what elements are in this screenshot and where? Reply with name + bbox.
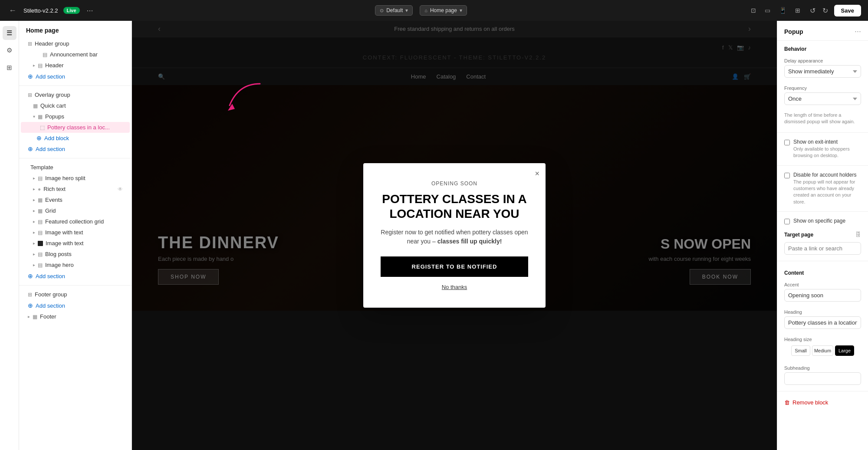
divider-right-5	[777, 391, 868, 391]
store-name: Stiletto-v2.2.2	[23, 7, 58, 14]
chevron-right-icon: ▸	[33, 230, 35, 235]
accent-input[interactable]: Opening soon	[784, 289, 861, 302]
blog-posts-item[interactable]: ▸ ▤ Blog posts	[21, 249, 130, 259]
popup-dismiss-link[interactable]: No thanks	[381, 284, 528, 290]
popup-cta-button[interactable]: REGISTER TO BE NOTIFIED	[381, 256, 528, 277]
size-medium-button[interactable]: Medium	[812, 345, 833, 356]
footer-item[interactable]: ▸ ▦ Footer	[21, 311, 130, 322]
plus-icon: ⊕	[28, 273, 33, 279]
footer-group-item[interactable]: ⊞ Footer group	[21, 289, 130, 300]
events-item[interactable]: ▸ ▦ Events	[21, 194, 130, 205]
page-selector[interactable]: ⌂ Home page ▾	[420, 5, 467, 16]
undo-redo-buttons: ↺ ↻	[807, 5, 831, 16]
size-small-button[interactable]: Small	[791, 345, 810, 356]
section-icon: ▤	[38, 219, 43, 225]
header-item[interactable]: ▸ ▤ Header	[21, 60, 130, 71]
layout-view-button[interactable]: ⊞	[792, 5, 804, 16]
table-icon: ▦	[33, 103, 38, 109]
image-with-text-1-item[interactable]: ▸ ▤ Image with text	[21, 227, 130, 238]
tablet-view-button[interactable]: ▭	[761, 5, 774, 16]
overlay-group-section: ⊞ Overlay group ▦ Quick cart ▾ ▦ Popups …	[19, 89, 132, 154]
specific-page-row: Show on specific page	[777, 215, 868, 227]
sections-icon[interactable]: ☰	[3, 26, 16, 40]
apps-icon[interactable]: ⊞	[3, 61, 16, 75]
trash-icon: 🗑	[784, 399, 790, 406]
disable-account-checkbox[interactable]	[784, 173, 790, 178]
save-button[interactable]: Save	[834, 5, 861, 16]
chevron-right-icon: ▸	[33, 241, 35, 246]
chevron-right-icon: ▸	[28, 314, 30, 319]
size-large-button[interactable]: Large	[835, 345, 854, 356]
exit-intent-checkbox[interactable]	[784, 140, 790, 145]
redo-button[interactable]: ↻	[820, 5, 831, 16]
right-panel-menu-button[interactable]: ···	[855, 27, 861, 36]
section-icon: ●	[38, 186, 41, 192]
chevron-right-icon: ▸	[33, 63, 35, 68]
rich-text-item[interactable]: ▸ ● Rich text 👁	[21, 184, 130, 194]
popup-overlay: × Opening soon POTTERY CLASSES IN A LOCA…	[132, 21, 777, 450]
specific-page-checkbox[interactable]	[784, 219, 790, 224]
frequency-select[interactable]: Once	[784, 92, 861, 105]
divider-right-4	[777, 261, 868, 261]
section-icon: ▤	[38, 230, 43, 236]
chevron-right-icon: ▸	[33, 208, 35, 213]
remove-block-button[interactable]: 🗑 Remove block	[777, 395, 868, 410]
heading-label: Heading	[784, 309, 861, 315]
featured-collection-item[interactable]: ▸ ▤ Featured collection grid	[21, 216, 130, 227]
database-icon: 🗄	[855, 231, 861, 238]
image-hero-item[interactable]: ▸ ▤ Image hero	[21, 259, 130, 270]
subheading-label: Subheading	[784, 365, 861, 371]
add-section-template-button[interactable]: ⊕ Add section	[21, 270, 130, 282]
desktop-view-button[interactable]: ⊡	[747, 5, 760, 16]
add-section-footer-button[interactable]: ⊕ Add section	[21, 300, 130, 311]
popup-accent: Opening soon	[381, 181, 528, 187]
top-bar: ← Stiletto-v2.2.2 Live ··· ⊙ Default ▾ ⌂…	[0, 0, 868, 21]
popup-subtext: Register now to get notified when potter…	[381, 228, 528, 246]
mobile-view-button[interactable]: 📱	[776, 5, 790, 16]
heading-field: Heading Pottery classes in a location ne…	[777, 307, 868, 332]
overlay-group-item[interactable]: ⊞ Overlay group	[21, 89, 130, 100]
add-section-header-button[interactable]: ⊕ Add section	[21, 71, 130, 82]
add-section-overlay-button[interactable]: ⊕ Add section	[21, 143, 130, 154]
settings-icon[interactable]: ⚙	[3, 43, 16, 57]
template-item[interactable]: Template	[21, 162, 130, 173]
image-with-text-2-item[interactable]: ▸ Image with text	[21, 238, 130, 249]
paste-link-input[interactable]	[784, 242, 861, 255]
header-group-item[interactable]: ⊞ Header group	[21, 38, 130, 49]
target-page-row: Target page 🗄	[777, 227, 868, 240]
plus-icon: ⊕	[28, 73, 33, 80]
quick-cart-item[interactable]: ▦ Quick cart	[21, 100, 130, 111]
section-icon	[38, 241, 43, 246]
grid-icon: ⊞	[28, 292, 32, 298]
image-hero-split-item[interactable]: ▸ ▤ Image hero split	[21, 173, 130, 184]
announcement-bar-item[interactable]: ▤ Announcement bar	[21, 49, 130, 60]
popup-close-button[interactable]: ×	[535, 169, 539, 178]
chevron-right-icon: ▸	[33, 176, 35, 181]
popups-item[interactable]: ▾ ▦ Popups	[21, 111, 130, 122]
template-section: Template ▸ ▤ Image hero split ▸ ● Rich t…	[19, 162, 132, 282]
subheading-input[interactable]	[784, 372, 861, 385]
section-icon: ▦	[38, 208, 43, 214]
more-options-button[interactable]: ···	[85, 4, 95, 17]
live-badge: Live	[63, 7, 80, 14]
back-button[interactable]: ←	[7, 4, 18, 17]
popup-pottery-item[interactable]: ⬚ Pottery classes in a loc...	[21, 122, 130, 133]
icon-sidebar: ☰ ⚙ ⊞	[0, 21, 19, 450]
grid-item[interactable]: ▸ ▦ Grid	[21, 205, 130, 216]
chevron-right-icon: ▸	[33, 187, 35, 191]
theme-selector[interactable]: ⊙ Default ▾	[375, 5, 413, 16]
chevron-down-icon: ▾	[33, 114, 35, 119]
section-icon: ▤	[43, 52, 47, 58]
accent-field: Accent Opening soon	[777, 279, 868, 304]
heading-input[interactable]: Pottery classes in a location near you	[784, 316, 861, 329]
preview-container: ‹ Free standard shipping and returns on …	[132, 21, 777, 450]
add-block-button[interactable]: ⊕ Add block	[21, 133, 130, 143]
popup-icon: ⬚	[40, 125, 45, 131]
top-bar-left: ← Stiletto-v2.2.2 Live ···	[7, 4, 95, 17]
delay-select[interactable]: Show immediately	[784, 65, 861, 78]
section-icon: ▤	[38, 62, 43, 69]
frequency-field: Frequency Once	[777, 83, 868, 108]
undo-button[interactable]: ↺	[807, 5, 818, 16]
subheading-field: Subheading	[777, 363, 868, 388]
divider-right-3	[777, 211, 868, 212]
